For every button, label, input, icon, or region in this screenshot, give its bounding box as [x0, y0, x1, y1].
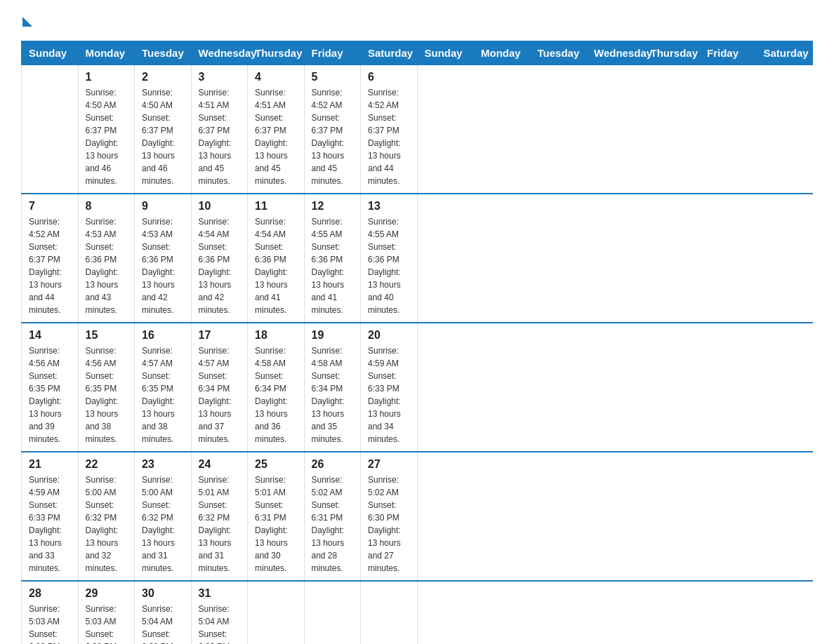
calendar-week-row: 1Sunrise: 4:50 AM Sunset: 6:37 PM Daylig… — [22, 65, 813, 194]
header-sunday: Sunday — [22, 41, 79, 65]
day-number: 25 — [255, 458, 297, 471]
day-info: Sunrise: 4:54 AM Sunset: 6:36 PM Dayligh… — [255, 215, 297, 316]
header-wednesday: Wednesday — [191, 41, 248, 65]
day-number: 15 — [86, 329, 128, 342]
page-header — [21, 14, 813, 27]
day-info: Sunrise: 4:59 AM Sunset: 6:33 PM Dayligh… — [368, 344, 410, 445]
calendar-cell: 4Sunrise: 4:51 AM Sunset: 6:37 PM Daylig… — [248, 65, 305, 194]
calendar-cell: 1Sunrise: 4:50 AM Sunset: 6:37 PM Daylig… — [78, 65, 135, 194]
calendar-cell: 27Sunrise: 5:02 AM Sunset: 6:30 PM Dayli… — [361, 452, 418, 581]
day-number: 17 — [199, 329, 241, 342]
calendar-cell: 20Sunrise: 4:59 AM Sunset: 6:33 PM Dayli… — [361, 323, 418, 452]
day-info: Sunrise: 4:56 AM Sunset: 6:35 PM Dayligh… — [86, 344, 128, 445]
calendar-cell: 10Sunrise: 4:54 AM Sunset: 6:36 PM Dayli… — [191, 194, 248, 323]
day-info: Sunrise: 4:53 AM Sunset: 6:36 PM Dayligh… — [142, 215, 184, 316]
calendar-cell: 14Sunrise: 4:56 AM Sunset: 6:35 PM Dayli… — [22, 323, 79, 452]
header-friday: Friday — [304, 41, 361, 65]
day-info: Sunrise: 4:55 AM Sunset: 6:36 PM Dayligh… — [312, 215, 354, 316]
day-number: 24 — [199, 458, 241, 471]
calendar-week-row: 28Sunrise: 5:03 AM Sunset: 6:30 PM Dayli… — [22, 581, 813, 644]
day-info: Sunrise: 5:00 AM Sunset: 6:32 PM Dayligh… — [142, 474, 184, 575]
calendar-cell: 16Sunrise: 4:57 AM Sunset: 6:35 PM Dayli… — [135, 323, 192, 452]
day-number: 20 — [368, 329, 410, 342]
day-info: Sunrise: 4:51 AM Sunset: 6:37 PM Dayligh… — [255, 86, 297, 187]
day-number: 10 — [199, 200, 241, 213]
day-number: 30 — [142, 587, 184, 600]
day-number: 26 — [312, 458, 354, 471]
day-info: Sunrise: 5:03 AM Sunset: 6:30 PM Dayligh… — [29, 603, 71, 644]
logo — [21, 14, 32, 27]
calendar-cell: 8Sunrise: 4:53 AM Sunset: 6:36 PM Daylig… — [78, 194, 135, 323]
day-info: Sunrise: 4:57 AM Sunset: 6:35 PM Dayligh… — [142, 344, 184, 445]
calendar-cell: 29Sunrise: 5:03 AM Sunset: 6:29 PM Dayli… — [78, 581, 135, 644]
day-info: Sunrise: 4:53 AM Sunset: 6:36 PM Dayligh… — [86, 215, 128, 316]
calendar-cell: 9Sunrise: 4:53 AM Sunset: 6:36 PM Daylig… — [135, 194, 192, 323]
day-number: 16 — [142, 329, 184, 342]
day-info: Sunrise: 4:51 AM Sunset: 6:37 PM Dayligh… — [199, 86, 241, 187]
header-sunday: Sunday — [417, 41, 474, 65]
calendar-cell: 2Sunrise: 4:50 AM Sunset: 6:37 PM Daylig… — [135, 65, 192, 194]
day-info: Sunrise: 4:52 AM Sunset: 6:37 PM Dayligh… — [368, 86, 410, 187]
calendar-cell: 7Sunrise: 4:52 AM Sunset: 6:37 PM Daylig… — [22, 194, 79, 323]
calendar-table: SundayMondayTuesdayWednesdayThursdayFrid… — [21, 41, 813, 644]
calendar-cell: 3Sunrise: 4:51 AM Sunset: 6:37 PM Daylig… — [191, 65, 248, 194]
calendar-cell: 24Sunrise: 5:01 AM Sunset: 6:32 PM Dayli… — [191, 452, 248, 581]
day-info: Sunrise: 5:04 AM Sunset: 6:28 PM Dayligh… — [142, 603, 184, 644]
day-info: Sunrise: 4:54 AM Sunset: 6:36 PM Dayligh… — [199, 215, 241, 316]
header-friday: Friday — [700, 41, 757, 65]
header-monday: Monday — [474, 41, 531, 65]
calendar-cell — [361, 581, 418, 644]
day-number: 23 — [142, 458, 184, 471]
day-number: 4 — [255, 71, 297, 83]
header-monday: Monday — [78, 41, 135, 65]
calendar-week-row: 14Sunrise: 4:56 AM Sunset: 6:35 PM Dayli… — [22, 323, 813, 452]
day-number: 8 — [86, 200, 128, 213]
header-saturday: Saturday — [756, 41, 813, 65]
calendar-cell: 12Sunrise: 4:55 AM Sunset: 6:36 PM Dayli… — [304, 194, 361, 323]
day-number: 7 — [29, 200, 71, 213]
day-number: 11 — [255, 200, 297, 213]
day-info: Sunrise: 5:02 AM Sunset: 6:30 PM Dayligh… — [368, 474, 410, 575]
day-info: Sunrise: 5:00 AM Sunset: 6:32 PM Dayligh… — [86, 474, 128, 575]
day-info: Sunrise: 4:50 AM Sunset: 6:37 PM Dayligh… — [142, 86, 184, 187]
day-info: Sunrise: 4:56 AM Sunset: 6:35 PM Dayligh… — [29, 344, 71, 445]
day-number: 12 — [312, 200, 354, 213]
day-info: Sunrise: 4:50 AM Sunset: 6:37 PM Dayligh… — [86, 86, 128, 187]
calendar-cell: 25Sunrise: 5:01 AM Sunset: 6:31 PM Dayli… — [248, 452, 305, 581]
day-info: Sunrise: 5:02 AM Sunset: 6:31 PM Dayligh… — [312, 474, 354, 575]
logo-triangle-icon — [22, 17, 32, 27]
day-number: 22 — [86, 458, 128, 471]
day-number: 19 — [312, 329, 354, 342]
day-number: 18 — [255, 329, 297, 342]
calendar-cell: 11Sunrise: 4:54 AM Sunset: 6:36 PM Dayli… — [248, 194, 305, 323]
calendar-cell: 30Sunrise: 5:04 AM Sunset: 6:28 PM Dayli… — [135, 581, 192, 644]
header-thursday: Thursday — [643, 41, 700, 65]
calendar-cell: 19Sunrise: 4:58 AM Sunset: 6:34 PM Dayli… — [304, 323, 361, 452]
day-info: Sunrise: 4:52 AM Sunset: 6:37 PM Dayligh… — [29, 215, 71, 316]
calendar-cell: 15Sunrise: 4:56 AM Sunset: 6:35 PM Dayli… — [78, 323, 135, 452]
day-number: 13 — [368, 200, 410, 213]
calendar-cell: 21Sunrise: 4:59 AM Sunset: 6:33 PM Dayli… — [22, 452, 79, 581]
calendar-cell — [248, 581, 305, 644]
day-number: 14 — [29, 329, 71, 342]
header-wednesday: Wednesday — [587, 41, 644, 65]
day-info: Sunrise: 4:52 AM Sunset: 6:37 PM Dayligh… — [312, 86, 354, 187]
calendar-cell: 6Sunrise: 4:52 AM Sunset: 6:37 PM Daylig… — [361, 65, 418, 194]
header-thursday: Thursday — [248, 41, 305, 65]
day-number: 2 — [142, 71, 184, 83]
day-info: Sunrise: 5:01 AM Sunset: 6:32 PM Dayligh… — [199, 474, 241, 575]
day-info: Sunrise: 5:01 AM Sunset: 6:31 PM Dayligh… — [255, 474, 297, 575]
day-number: 28 — [29, 587, 71, 600]
day-info: Sunrise: 5:03 AM Sunset: 6:29 PM Dayligh… — [86, 603, 128, 644]
day-info: Sunrise: 4:59 AM Sunset: 6:33 PM Dayligh… — [29, 474, 71, 575]
day-number: 27 — [368, 458, 410, 471]
day-info: Sunrise: 4:58 AM Sunset: 6:34 PM Dayligh… — [255, 344, 297, 445]
calendar-cell — [304, 581, 361, 644]
calendar-cell: 31Sunrise: 5:04 AM Sunset: 6:28 PM Dayli… — [191, 581, 248, 644]
day-number: 21 — [29, 458, 71, 471]
header-tuesday: Tuesday — [135, 41, 192, 65]
day-number: 9 — [142, 200, 184, 213]
day-info: Sunrise: 5:04 AM Sunset: 6:28 PM Dayligh… — [199, 603, 241, 644]
calendar-week-row: 7Sunrise: 4:52 AM Sunset: 6:37 PM Daylig… — [22, 194, 813, 323]
calendar-cell: 26Sunrise: 5:02 AM Sunset: 6:31 PM Dayli… — [304, 452, 361, 581]
